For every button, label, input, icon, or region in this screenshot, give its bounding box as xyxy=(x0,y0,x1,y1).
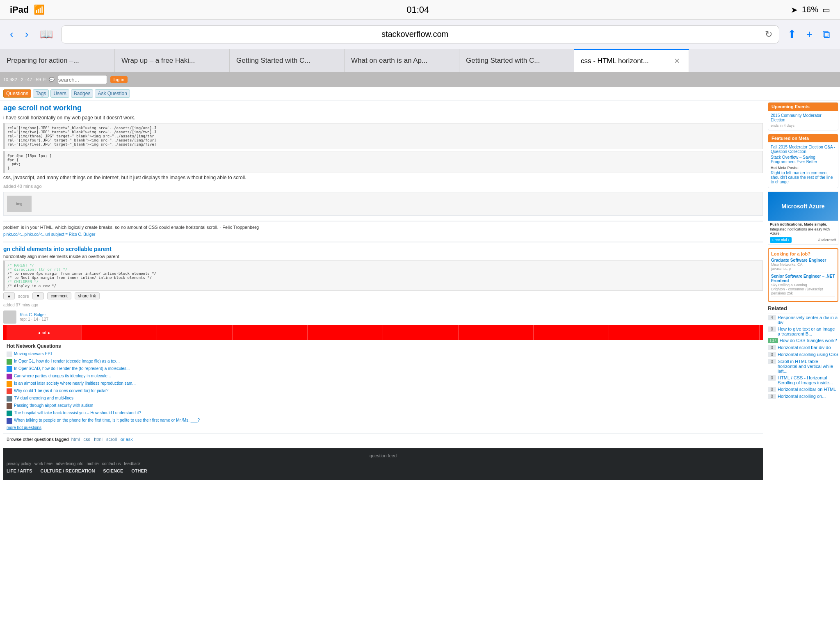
upvote-button[interactable]: ▲ xyxy=(3,292,15,299)
main-content: 10,982 · 2 · 47 · 59 🏳 💬 log in Question… xyxy=(0,72,840,630)
footer-feedback-link[interactable]: feedback xyxy=(124,461,141,466)
back-button[interactable]: ‹ xyxy=(7,26,17,42)
related-link-7[interactable]: HTML / CSS - Horizontal Scrolling of Ima… xyxy=(778,375,838,385)
hot-item-2[interactable]: In OpenGL, how do I render (decode image… xyxy=(7,359,760,365)
tab-label: Preparing for action –... xyxy=(7,57,108,65)
tag-ask-question[interactable]: Ask Question xyxy=(95,89,130,98)
footer-nav: LIFE / ARTS CULTURE / RECREATION SCIENCE… xyxy=(7,468,760,475)
inbox-icon: 💬 xyxy=(49,77,55,82)
code-content: /* display in a row */ xyxy=(7,284,760,288)
hot-item-10[interactable]: When talking to people on the phone for … xyxy=(7,418,760,424)
log-in-button[interactable]: log in xyxy=(110,76,128,83)
tab-wrap-up[interactable]: Wrap up – a free Haki... xyxy=(115,49,230,72)
footer-mobile-link[interactable]: mobile xyxy=(87,461,98,466)
azure-cta-button[interactable]: Free trial › xyxy=(770,237,792,243)
tab-label: Getting Started with C... xyxy=(466,57,567,65)
site-icon xyxy=(7,381,12,387)
hot-item-1[interactable]: Moving starwars EP.I xyxy=(7,352,760,357)
footer-contact-link[interactable]: contact us xyxy=(102,461,121,466)
tab-close-button[interactable]: ✕ xyxy=(674,57,682,66)
tab-getting-started-1[interactable]: Getting Started with C... xyxy=(230,49,345,72)
hot-item-9[interactable]: The hospital will take back to assist yo… xyxy=(7,411,760,416)
job-title-2[interactable]: Senior Software Engineer – .NET Frontend xyxy=(771,274,835,283)
related-item-6: 0 Scroll in HTML table horizontal and ve… xyxy=(768,359,838,374)
tag-tags[interactable]: Tags xyxy=(33,89,49,98)
meta-link-1[interactable]: Fall 2015 Moderator Election Q&A - Quest… xyxy=(771,145,835,154)
tab-preparing-for-action[interactable]: Preparing for action –... xyxy=(0,49,115,72)
related-link-1[interactable]: Responsively center a div in a div xyxy=(778,315,838,325)
tag-questions[interactable]: Questions xyxy=(3,89,31,98)
related-link-6[interactable]: Scroll in HTML table horizontal and vert… xyxy=(778,359,838,374)
red-cell-label: ● ad ● xyxy=(38,331,50,335)
comment-button[interactable]: comment xyxy=(47,292,71,299)
job-title-1[interactable]: Graduate Software Engineer xyxy=(771,258,835,262)
code-content: /* to Nest 4px margin from inner inline/… xyxy=(7,276,760,280)
tab-what-on-earth[interactable]: What on earth is an Ap... xyxy=(345,49,459,72)
tab-label: What on earth is an Ap... xyxy=(351,57,452,65)
event-link-1[interactable]: 2015 Community Moderator Election xyxy=(771,113,835,122)
carrier-label: iPad xyxy=(10,5,29,15)
meta-link-2[interactable]: Stack Overflow – Saving Programmers Ever… xyxy=(771,155,835,164)
related-link-8[interactable]: Horizontal scrollbar on HTML xyxy=(778,387,836,392)
so-footer: question feed privacy policy work here a… xyxy=(3,448,763,480)
hot-meta-posts-label: Hot Meta Posts: xyxy=(771,166,835,170)
search-input[interactable] xyxy=(58,75,107,84)
meta-link-3[interactable]: Right to left marker in comment shouldn'… xyxy=(771,171,835,184)
hot-item-6[interactable]: Why could 1 be (as it no does convert fo… xyxy=(7,388,760,394)
related-link-5[interactable]: Horizontal scrolling using CSS xyxy=(778,352,838,357)
red-cell-5 xyxy=(308,325,383,340)
share-link-button[interactable]: share link xyxy=(75,292,100,299)
status-right: ➤ 16% ▭ xyxy=(791,5,830,15)
related-score-2: 0 xyxy=(768,326,776,332)
tag-scroll-link[interactable]: scroll xyxy=(106,437,117,442)
tab-css-html[interactable]: css - HTML horizont... ✕ xyxy=(574,49,689,72)
tag-badges[interactable]: Badges xyxy=(71,89,94,98)
more-hot-questions-link[interactable]: more hot questions xyxy=(7,425,760,430)
hot-item-3[interactable]: In OpenSCAD, how do I render the (to rep… xyxy=(7,366,760,372)
hot-item-4[interactable]: Can where parties changes its ideology i… xyxy=(7,374,760,379)
share-button[interactable]: ⬆ xyxy=(784,26,800,42)
bookmarks-button[interactable]: 📖 xyxy=(37,26,56,42)
tag-users[interactable]: Users xyxy=(50,89,69,98)
site-icon xyxy=(7,411,12,416)
added-meta2: added 37 mins ago xyxy=(3,303,763,307)
related-link-4[interactable]: Horizontal scroll bar div do xyxy=(778,345,831,350)
downvote-button[interactable]: ▼ xyxy=(32,292,44,299)
author-name[interactable]: Rick C. Bulger xyxy=(20,313,48,317)
status-left: iPad 📶 xyxy=(10,5,45,15)
site-icon xyxy=(7,388,12,394)
tag-css-link[interactable]: css xyxy=(84,437,91,442)
job-item-2: Senior Software Engineer – .NET Frontend… xyxy=(771,274,835,297)
answer-image-box: img xyxy=(3,192,763,216)
related-link-2[interactable]: How to give text or an image a transpare… xyxy=(778,326,838,336)
sidebar: Upcoming Events 2015 Community Moderator… xyxy=(766,100,840,483)
related-link-3[interactable]: How do CSS triangles work? xyxy=(780,338,837,343)
tag-html-link[interactable]: html xyxy=(71,437,80,442)
forward-button[interactable]: › xyxy=(22,26,32,42)
new-tab-button[interactable]: + xyxy=(803,26,816,42)
css-code-block: #pr #px {1Bpx 1px; } #pr { p#x; } xyxy=(3,151,763,173)
site-icon xyxy=(7,366,12,372)
footer-privacy-link[interactable]: privacy policy xyxy=(7,461,31,466)
hot-item-5[interactable]: Is an almost later society where nearly … xyxy=(7,381,760,387)
hot-item-8[interactable]: Passing through airport security with au… xyxy=(7,403,760,409)
upcoming-events-body: 2015 Community Moderator Election ends i… xyxy=(768,111,838,130)
related-link-9[interactable]: Horizontal scrolling on... xyxy=(778,394,826,399)
footer-work-link[interactable]: work here xyxy=(34,461,52,466)
tabs-overview-button[interactable]: ⧉ xyxy=(819,26,833,42)
reload-button[interactable]: ↻ xyxy=(765,29,772,40)
url-bar[interactable]: stackoverflow.com ↻ xyxy=(61,25,779,43)
tags-bar: Questions Tags Users Badges Ask Question xyxy=(0,87,840,100)
or-ask-link[interactable]: or ask xyxy=(121,437,133,442)
related-item-8: 0 Horizontal scrollbar on HTML xyxy=(768,387,838,392)
css-line: #pr { xyxy=(7,158,760,162)
footer-advertising-link[interactable]: advertising info xyxy=(56,461,83,466)
red-banner-content: ● ad ● xyxy=(7,325,760,340)
hot-item-7[interactable]: TV dual encoding and multi-lines xyxy=(7,396,760,402)
question-title[interactable]: age scroll not working xyxy=(3,104,763,112)
answer-link[interactable]: plnkr.co/<...plnkr.co/<...url subject = … xyxy=(3,232,763,237)
tag-html2-link[interactable]: html xyxy=(94,437,103,442)
html-code-block: rel="[img/one].JPG" target="_blank"><img… xyxy=(3,123,763,149)
tab-getting-started-2[interactable]: Getting Started with C... xyxy=(459,49,574,72)
red-cell-6 xyxy=(383,325,459,340)
